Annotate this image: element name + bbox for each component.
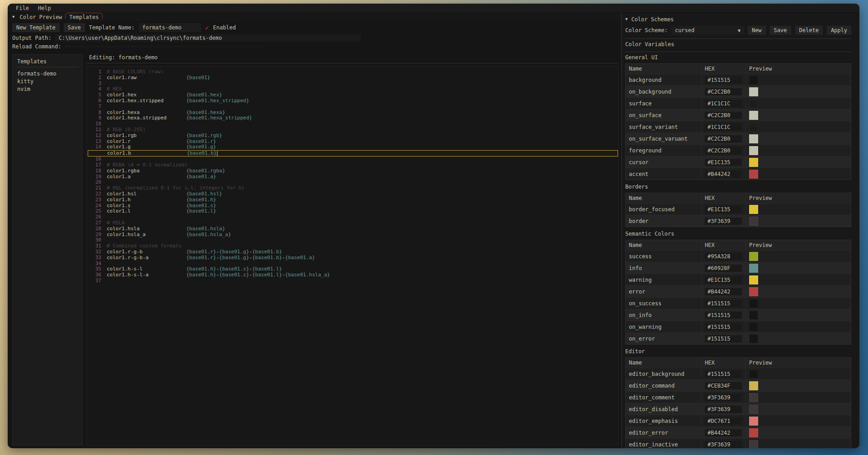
section-color-preview[interactable]: Color Preview [17, 14, 64, 20]
color-hex-value[interactable]: #151515 [705, 312, 742, 319]
table-row[interactable]: warning#E1C135 [626, 274, 851, 285]
code-line[interactable]: 34 [88, 261, 618, 267]
table-row[interactable]: editor_background#151515 [626, 368, 851, 379]
table-row[interactable]: on_success#151515 [626, 297, 851, 309]
table-row[interactable]: foreground#C2C2B0 [626, 144, 851, 156]
color-hex-value[interactable]: #151515 [705, 370, 742, 378]
code-line[interactable]: 19color1.a{base01.a} [88, 174, 618, 180]
save-template-button[interactable]: Save [64, 23, 85, 32]
color-hex-value[interactable]: #3F3639 [705, 394, 742, 401]
template-list-item[interactable]: kitty [17, 78, 79, 85]
menu-item-file[interactable]: File [12, 5, 33, 11]
code-line[interactable]: 9color1.hexa.stripped{base01.hexa_stripp… [88, 115, 618, 121]
color-hex-value[interactable]: #C2C2B0 [705, 88, 742, 95]
color-hex-value[interactable]: #B44242 [705, 288, 742, 295]
color-swatch[interactable] [749, 275, 758, 284]
color-hex-value[interactable]: #B44242 [705, 171, 742, 178]
color-hex-value[interactable]: #60928F [705, 265, 742, 272]
color-swatch[interactable] [749, 322, 758, 332]
color-swatch[interactable] [749, 417, 758, 426]
code-line[interactable]: 23color1.h{base01.h} [88, 197, 618, 203]
table-row[interactable]: editor_comment#3F3639 [626, 391, 851, 403]
color-swatch[interactable] [749, 440, 758, 449]
code-line[interactable]: 37 [88, 278, 618, 284]
color-swatch[interactable] [749, 299, 758, 308]
table-row[interactable]: on_background#C2C2B0 [626, 85, 851, 97]
scheme-save-button[interactable]: Save [770, 26, 791, 35]
table-row[interactable]: info#60928F [626, 262, 851, 274]
table-row[interactable]: border_focused#E1C135 [626, 203, 851, 215]
color-hex-value[interactable]: #C2C2B0 [705, 147, 742, 154]
code-line[interactable]: 10 [88, 121, 618, 127]
code-line[interactable]: 6color1.hex.stripped{base01.hex_stripped… [88, 98, 618, 104]
color-hex-value[interactable]: #C2C2B0 [705, 135, 742, 142]
template-list-item[interactable]: nvim [17, 85, 79, 93]
code-line[interactable]: 7 [88, 104, 618, 110]
color-hex-value[interactable]: #B44242 [705, 429, 742, 436]
table-row[interactable]: accent#B44242 [626, 168, 851, 180]
color-swatch[interactable] [749, 87, 758, 96]
code-line[interactable]: 14color1.g{base01.g} [88, 144, 618, 150]
table-row[interactable]: surface_variant#1C1C1C [626, 121, 851, 133]
code-line[interactable]: 3 [88, 81, 618, 87]
code-line[interactable]: 32color1.r-g-b{base01.r}-{base01.g}-{bas… [88, 249, 618, 255]
code-line[interactable]: 22color1.hsl{base01.hsl} [88, 191, 618, 197]
code-line[interactable]: 26 [88, 214, 618, 220]
output-path-input[interactable]: C:\Users\user\AppData\Roaming\clrsync\fo… [55, 34, 361, 42]
code-line[interactable]: 35color1.h-s-l{base01.h}-{base01.s}-{bas… [88, 266, 618, 272]
template-list-item[interactable]: formats-demo [17, 70, 79, 78]
color-hex-value[interactable]: #E1C135 [705, 206, 742, 213]
code-line[interactable]: 18color1.rgba{base01.rgba} [88, 168, 618, 174]
color-hex-value[interactable]: #3F3639 [705, 218, 742, 225]
color-hex-value[interactable]: #1C1C1C [705, 100, 742, 107]
table-row[interactable]: editor_error#B44242 [626, 427, 851, 438]
color-hex-value[interactable]: #151515 [705, 335, 742, 342]
table-row[interactable]: on_warning#151515 [626, 321, 851, 332]
table-row[interactable]: border#3F3639 [626, 215, 851, 227]
table-row[interactable]: editor_command#CEB34F [626, 379, 851, 391]
code-line[interactable]: 1# BASE COLORS (raw) [88, 69, 618, 75]
code-line[interactable]: 12color1.rgb{base01.rgb} [88, 133, 618, 139]
color-swatch[interactable] [749, 393, 758, 402]
color-swatch[interactable] [749, 334, 758, 343]
color-scheme-dropdown[interactable]: cursed ▼ [671, 26, 744, 35]
table-row[interactable]: on_error#151515 [626, 332, 851, 344]
code-line[interactable]: 13color1.r{base01.r} [88, 139, 618, 145]
code-line[interactable]: 11# RGB (0-255) [88, 127, 618, 133]
color-hex-value[interactable]: #3F3639 [705, 441, 742, 448]
table-row[interactable]: error#B44242 [626, 285, 851, 297]
code-line[interactable]: 33color1.r-g-b-a{base01.r}-{base01.g}-{b… [88, 255, 618, 261]
color-swatch[interactable] [749, 99, 758, 108]
color-hex-value[interactable]: #151515 [705, 76, 742, 84]
color-hex-value[interactable]: #CEB34F [705, 382, 742, 389]
color-swatch[interactable] [749, 252, 758, 261]
color-hex-value[interactable]: #151515 [705, 323, 742, 331]
code-line[interactable]: 5color1.hex{base01.hex} [88, 92, 618, 98]
color-swatch[interactable] [749, 428, 758, 437]
code-line[interactable]: 17# RGBA (A = 0-1 normalized) [88, 162, 618, 168]
reload-command-input[interactable] [65, 46, 262, 47]
table-row[interactable]: background#151515 [626, 74, 851, 85]
code-line[interactable]: 29color1.hsla_a{base01.hsla_a} [88, 232, 618, 238]
code-line[interactable]: 36color1.h-s-l-a{base01.h}-{base01.s}-{b… [88, 272, 618, 278]
code-line[interactable]: 21# HSL (normalized 0-1 for s,l, integer… [88, 185, 618, 191]
table-row[interactable]: cursor#E1C135 [626, 156, 851, 168]
code-line[interactable]: 25color1.l{base01.l} [88, 209, 618, 214]
table-row[interactable]: surface#1C1C1C [626, 97, 851, 109]
table-row[interactable]: editor_disabled#3F3639 [626, 403, 851, 415]
scheme-new-button[interactable]: New [748, 26, 766, 35]
color-swatch[interactable] [749, 134, 758, 143]
color-swatch[interactable] [749, 123, 758, 132]
color-swatch[interactable] [749, 146, 758, 155]
template-name-input[interactable]: formats-demo [139, 23, 201, 32]
color-hex-value[interactable]: #1C1C1C [705, 123, 742, 131]
tab-templates[interactable]: Templates [67, 14, 101, 20]
color-hex-value[interactable]: #3F3639 [705, 406, 742, 413]
code-line[interactable]: color1.b{base01.b} [88, 150, 618, 156]
color-hex-value[interactable]: #DC7671 [705, 417, 742, 425]
table-row[interactable]: success#95A328 [626, 250, 851, 262]
color-swatch[interactable] [749, 170, 758, 179]
code-line[interactable]: 8color1.hexa{base01.hexa} [88, 110, 618, 116]
color-swatch[interactable] [749, 311, 758, 320]
code-line[interactable]: 27# HSLA [88, 220, 618, 226]
